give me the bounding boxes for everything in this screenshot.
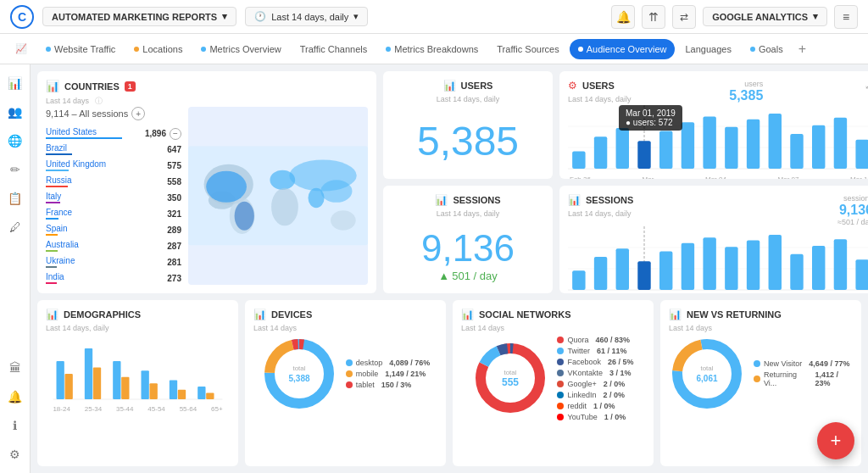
- share2-icon-btn[interactable]: ⇄: [672, 5, 696, 29]
- total-num: 9,114 – All sessions: [46, 109, 128, 119]
- devices-donut: total 5,388: [261, 336, 337, 412]
- add-tab-btn[interactable]: +: [793, 42, 811, 57]
- tab-locations[interactable]: Locations: [125, 39, 191, 59]
- report-selector[interactable]: AUTOMATED MARKETING REPORTS ▾: [42, 7, 236, 26]
- tab-chart-icon[interactable]: 📈: [7, 38, 36, 59]
- notification-icon-btn[interactable]: 🔔: [611, 5, 635, 29]
- logo: C: [10, 5, 34, 29]
- country-divider: [46, 234, 58, 236]
- menu-btn[interactable]: ≡: [834, 5, 858, 29]
- svg-point-10: [206, 171, 247, 203]
- country-name[interactable]: Russia: [46, 175, 72, 185]
- tab-bar: 📈 Website Traffic Locations Metrics Over…: [0, 34, 868, 64]
- country-name[interactable]: Italy: [46, 192, 61, 201]
- delta-arrow: ▲: [438, 270, 449, 282]
- tab-traffic-channels[interactable]: Traffic Channels: [292, 39, 376, 59]
- tab-label-metrics-overview: Metrics Overview: [209, 44, 281, 54]
- svg-rect-46: [834, 239, 847, 290]
- social-label-gplus: Google+ 2 / 0%: [557, 380, 633, 388]
- sidebar-icon-users[interactable]: 👥: [3, 100, 27, 124]
- country-name[interactable]: United Kingdom: [46, 159, 106, 169]
- svg-rect-37: [637, 261, 650, 290]
- country-row: Italy 350: [46, 190, 181, 206]
- sidebar-icon-globe[interactable]: 🌐: [3, 129, 27, 153]
- country-name[interactable]: Ukraine: [46, 256, 75, 265]
- sessions-widget-title: SESSIONS: [453, 195, 500, 205]
- map-svg: [188, 107, 368, 285]
- sessions-delta: ▲ 501 / day: [438, 270, 497, 282]
- social-subtitle: Last 14 days: [461, 324, 645, 332]
- svg-rect-36: [616, 248, 629, 290]
- add-country-btn[interactable]: +: [131, 107, 145, 120]
- svg-rect-18: [616, 128, 629, 169]
- sidebar-icon-chart[interactable]: 📊: [3, 71, 27, 95]
- tab-goals[interactable]: Goals: [742, 39, 792, 59]
- demo-title: DEMOGRAPHICS: [64, 309, 141, 320]
- social-donut: total 555: [472, 340, 548, 416]
- sidebar-icon-pencil[interactable]: ✏: [3, 158, 27, 181]
- right-col: ⚙ USERS Last 14 days, daily users 5,385 …: [559, 71, 868, 293]
- country-value: 287: [156, 242, 181, 251]
- country-value: 647: [156, 145, 181, 154]
- device-label-mobile: mobile 1,149 / 21%: [346, 370, 431, 378]
- tab-website-traffic[interactable]: Website Traffic: [37, 39, 124, 59]
- country-name[interactable]: United States: [46, 127, 97, 136]
- sidebar-icon-edit[interactable]: 🖊: [3, 215, 27, 239]
- country-divider: [46, 250, 58, 252]
- new-visitor-label: New Visitor 4,649 / 77%: [754, 359, 853, 368]
- tab-label-audience-overview: Audience Overview: [587, 44, 667, 54]
- date-selector[interactable]: 🕐 Last 14 days, daily ▾: [245, 7, 368, 26]
- tab-languages[interactable]: Languages: [676, 39, 739, 59]
- tab-metrics-breakdowns[interactable]: Metrics Breakdowns: [377, 39, 487, 59]
- new-returning-donut-svg: total 6,061: [669, 336, 745, 412]
- sidebar-icon-info[interactable]: ℹ: [3, 414, 27, 437]
- svg-rect-40: [703, 237, 715, 290]
- svg-rect-47: [855, 259, 868, 290]
- demographics-card: 📊 DEMOGRAPHICS Last 14 days, daily 18-24…: [37, 300, 238, 466]
- sidebar-icon-building[interactable]: 🏛: [3, 356, 27, 380]
- svg-rect-42: [747, 240, 760, 290]
- demo-xlabels: 18-24 25-34 35-44 45-54 55-64 65+: [46, 405, 230, 413]
- users-widget-subtitle: Last 14 days, daily: [437, 95, 500, 103]
- tab-metrics-overview[interactable]: Metrics Overview: [192, 39, 289, 59]
- share-icon-btn[interactable]: ⇈: [642, 5, 665, 29]
- sessions-chart-icon: 📊: [568, 194, 581, 206]
- svg-rect-39: [682, 243, 694, 290]
- sessions-bars-svg: [568, 226, 868, 293]
- social-card: 📊 SOCIAL NETWORKS Last 14 days total 555: [453, 300, 654, 466]
- tab-dot-website: [46, 47, 51, 52]
- tab-audience-overview[interactable]: Audience Overview: [570, 39, 676, 59]
- sidebar-icon-bell[interactable]: 🔔: [3, 385, 27, 409]
- platform-selector[interactable]: GOOGLE ANALYTICS ▾: [703, 7, 827, 26]
- svg-rect-17: [594, 136, 607, 169]
- sidebar-icon-settings[interactable]: ⚙: [3, 442, 27, 466]
- country-name[interactable]: India: [46, 272, 64, 281]
- row-top: 📊 COUNTRIES 1 Last 14 days ⓘ 9,114 – All…: [37, 71, 861, 293]
- svg-rect-34: [572, 270, 585, 290]
- users-chart-expand-icon[interactable]: ⤢: [865, 80, 868, 92]
- country-name[interactable]: Australia: [46, 240, 79, 249]
- country-value: 281: [156, 258, 181, 267]
- countries-metric-icon: 📊: [46, 80, 59, 92]
- country-value: 558: [156, 177, 181, 186]
- country-row: India 273: [46, 270, 181, 285]
- country-row: Australia 287: [46, 238, 181, 254]
- users-bars-svg: [568, 105, 868, 173]
- row-bottom: 📊 DEMOGRAPHICS Last 14 days, daily 18-24…: [37, 300, 861, 466]
- country-name[interactable]: France: [46, 208, 72, 217]
- svg-rect-16: [572, 151, 585, 169]
- svg-rect-26: [790, 134, 803, 169]
- add-fab[interactable]: +: [817, 422, 854, 459]
- tab-traffic-sources[interactable]: Traffic Sources: [488, 39, 567, 59]
- country-name[interactable]: Brazil: [46, 143, 67, 153]
- svg-rect-44: [790, 254, 803, 290]
- countries-card: 📊 COUNTRIES 1 Last 14 days ⓘ 9,114 – All…: [37, 71, 376, 293]
- country-name[interactable]: Spain: [46, 224, 68, 233]
- sidebar-icon-clipboard[interactable]: 📋: [3, 186, 27, 210]
- sessions-chart-title: SESSIONS: [586, 195, 633, 205]
- country-divider: [46, 282, 57, 284]
- tab-dot-metrics-br: [386, 47, 391, 52]
- svg-rect-58: [150, 383, 158, 399]
- svg-rect-56: [93, 367, 101, 399]
- remove-country-btn[interactable]: −: [170, 128, 181, 140]
